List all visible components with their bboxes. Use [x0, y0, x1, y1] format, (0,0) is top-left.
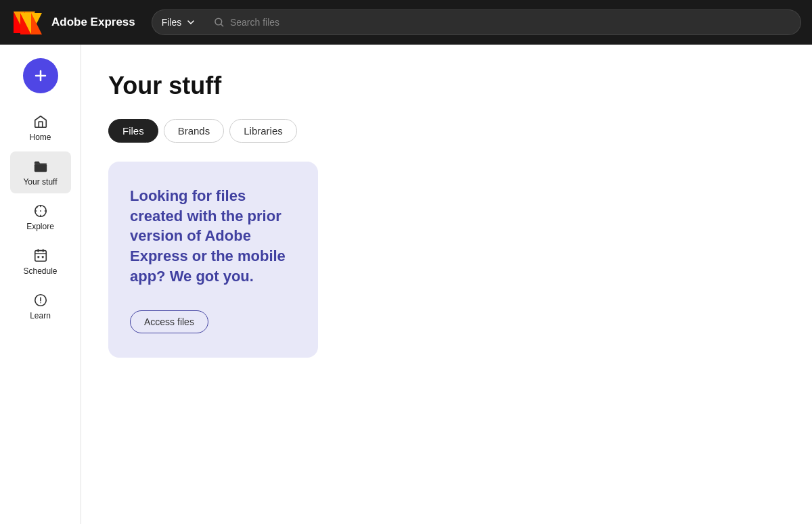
tab-brands[interactable]: Brands	[164, 119, 225, 143]
sidebar-item-home[interactable]: Home	[10, 107, 71, 149]
promo-card: Looking for files created with the prior…	[108, 162, 318, 358]
adobe-express-logo	[18, 9, 45, 36]
main-content: Your stuff Files Brands Libraries Lookin…	[81, 45, 812, 524]
sidebar-item-your-stuff[interactable]: Your stuff	[10, 151, 71, 193]
plus-icon	[32, 68, 49, 84]
sidebar-item-schedule-label: Schedule	[23, 266, 57, 276]
svg-point-17	[40, 302, 41, 303]
create-button[interactable]	[23, 58, 58, 93]
explore-icon	[32, 203, 49, 219]
chevron-down-icon	[187, 18, 195, 26]
search-icon	[214, 17, 225, 28]
tab-bar: Files Brands Libraries	[108, 119, 785, 143]
sidebar-item-learn[interactable]: Learn	[10, 285, 71, 327]
app-title: Adobe Express	[51, 16, 135, 29]
sidebar-item-schedule[interactable]: Schedule	[10, 241, 71, 283]
sidebar-item-explore[interactable]: Explore	[10, 196, 71, 238]
access-files-button[interactable]: Access files	[130, 310, 208, 333]
search-bar	[204, 9, 801, 35]
sidebar-item-learn-label: Learn	[30, 311, 51, 320]
folder-icon	[32, 158, 49, 174]
learn-icon	[32, 292, 49, 308]
page-title: Your stuff	[108, 72, 785, 100]
home-icon	[32, 114, 49, 130]
sidebar: Home Your stuff Explore	[0, 45, 81, 524]
filter-dropdown[interactable]: Files	[152, 9, 205, 35]
sidebar-item-your-stuff-label: Your stuff	[23, 177, 57, 187]
tab-libraries[interactable]: Libraries	[229, 119, 297, 143]
search-input[interactable]	[230, 17, 791, 28]
logo-area: Adobe Express	[11, 9, 135, 36]
main-layout: Home Your stuff Explore	[0, 45, 812, 524]
svg-rect-15	[41, 256, 43, 258]
sidebar-item-home-label: Home	[29, 133, 51, 142]
tab-files[interactable]: Files	[108, 119, 158, 143]
svg-rect-9	[34, 164, 46, 172]
svg-rect-13	[35, 251, 46, 262]
app-header: Adobe Express Files	[0, 0, 812, 45]
svg-point-11	[40, 210, 41, 212]
svg-rect-14	[37, 256, 39, 258]
sidebar-item-explore-label: Explore	[26, 222, 54, 231]
promo-text: Looking for files created with the prior…	[130, 186, 296, 286]
filter-label: Files	[162, 17, 182, 28]
search-wrapper: Files	[152, 9, 801, 35]
schedule-icon	[32, 247, 49, 264]
